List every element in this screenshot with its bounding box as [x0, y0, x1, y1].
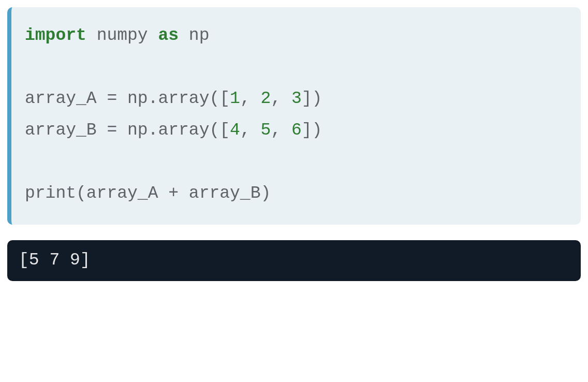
code-listing: import numpy as np array_A = np.array([1…	[25, 20, 567, 209]
code-text: array_B = np.array([	[25, 121, 230, 140]
code-input-block: import numpy as np array_A = np.array([1…	[7, 7, 581, 225]
code-text: ,	[240, 89, 261, 108]
number-literal: 2	[261, 89, 271, 108]
page-container: import numpy as np array_A = np.array([1…	[0, 0, 588, 288]
code-output-block: [5 7 9]	[7, 240, 581, 281]
output-text: [5 7 9]	[19, 249, 569, 272]
code-text: np	[179, 26, 209, 45]
number-literal: 3	[291, 89, 302, 108]
number-literal: 1	[230, 89, 240, 108]
number-literal: 6	[291, 121, 302, 140]
code-text: array_A = np.array([	[25, 89, 230, 108]
code-text: print(array_A + array_B)	[25, 184, 271, 203]
number-literal: 4	[230, 121, 240, 140]
code-text: numpy	[86, 26, 158, 45]
code-text: ,	[240, 121, 261, 140]
keyword-as: as	[158, 26, 179, 45]
code-text: ])	[302, 121, 322, 140]
code-text: ,	[271, 121, 291, 140]
keyword-import: import	[25, 26, 86, 45]
number-literal: 5	[261, 121, 271, 140]
code-text: ,	[271, 89, 291, 108]
code-text: ])	[302, 89, 322, 108]
